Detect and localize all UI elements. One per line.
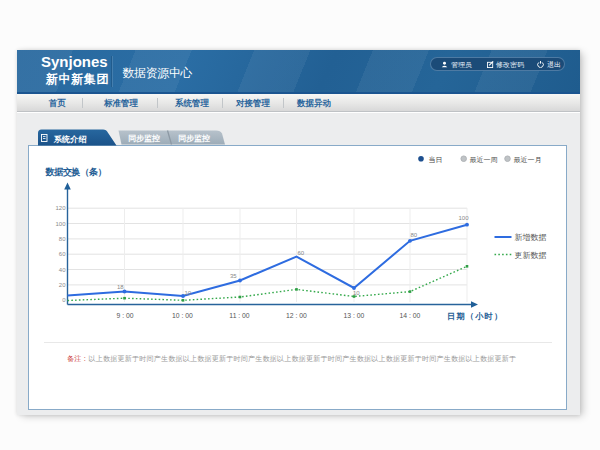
svg-text:备注：: 备注： <box>67 354 88 363</box>
svg-text:11 : 00: 11 : 00 <box>229 312 250 319</box>
svg-text:18: 18 <box>117 284 124 290</box>
svg-text:更新数据: 更新数据 <box>515 251 547 260</box>
svg-text:系统介绍: 系统介绍 <box>53 134 87 144</box>
svg-text:60: 60 <box>59 251 66 257</box>
svg-text:新增数据: 新增数据 <box>515 233 547 242</box>
svg-text:0: 0 <box>62 297 66 303</box>
svg-text:最近一周: 最近一周 <box>470 156 498 163</box>
svg-text:数据交换（条）: 数据交换（条） <box>45 167 107 177</box>
svg-text:10: 10 <box>185 290 192 296</box>
svg-text:以上数据更新于时间产生数据以上数据更新于时间产生数据以上数据: 以上数据更新于时间产生数据以上数据更新于时间产生数据以上数据更新于时间产生数据以… <box>89 354 517 363</box>
svg-text:12 : 00: 12 : 00 <box>286 312 307 319</box>
svg-text:35: 35 <box>230 273 237 279</box>
svg-text:60: 60 <box>298 250 305 256</box>
svg-text:10: 10 <box>353 290 360 296</box>
svg-text:100: 100 <box>55 221 66 227</box>
svg-text:最近一月: 最近一月 <box>514 156 542 164</box>
svg-text:同步监控: 同步监控 <box>178 134 210 143</box>
svg-text:14 : 00: 14 : 00 <box>400 312 421 319</box>
svg-text:10 : 00: 10 : 00 <box>172 312 193 319</box>
svg-text:80: 80 <box>59 236 66 242</box>
svg-text:80: 80 <box>411 232 418 238</box>
svg-text:120: 120 <box>55 205 66 211</box>
svg-text:40: 40 <box>59 267 66 273</box>
svg-text:日期（小时）: 日期（小时） <box>447 312 503 321</box>
svg-text:当日: 当日 <box>429 156 443 164</box>
svg-text:9 : 00: 9 : 00 <box>116 312 133 319</box>
svg-text:20: 20 <box>59 282 66 288</box>
svg-text:13 : 00: 13 : 00 <box>344 312 365 319</box>
svg-text:同步监控: 同步监控 <box>128 134 160 143</box>
svg-text:100: 100 <box>459 215 470 221</box>
